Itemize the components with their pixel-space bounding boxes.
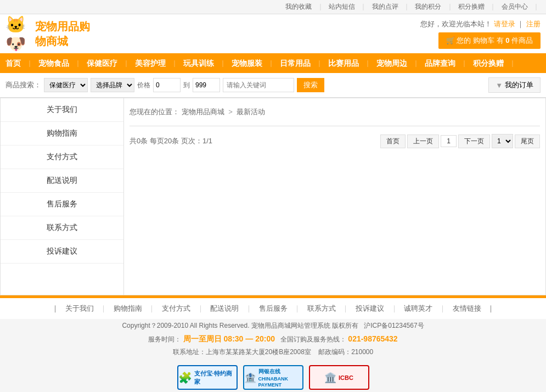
prev-page-button[interactable]: 上一页 (407, 135, 439, 148)
footer-sep-end: ｜ (487, 304, 494, 312)
login-link[interactable]: 请登录 (494, 20, 515, 28)
next-page-button[interactable]: 下一页 (458, 135, 490, 148)
category-select[interactable]: 保健医疗 宠物食品 美容护理 玩具训练 宠物服装 日常用品 (44, 78, 88, 92)
nav-bar: 首页 ｜ 宠物食品 ｜ 保健医疗 ｜ 美容护理 ｜ 玩具训练 ｜ 宠物服装 ｜ … (0, 53, 546, 73)
page-jump-select[interactable]: 1 (492, 134, 513, 148)
footer-address: 联系地址：上海市某某路某大厦20楼B座2008室 邮政编码：210000 (0, 346, 546, 359)
footer-guide[interactable]: 购物指南 (114, 304, 142, 312)
brand-select[interactable]: 选择品牌 (91, 78, 134, 92)
current-page-number: 1 (441, 135, 457, 147)
footer-service[interactable]: 售后服务 (259, 304, 288, 312)
sidebar-item-delivery[interactable]: 配送说明 (1, 169, 123, 193)
footer-jobs[interactable]: 诚聘英才 (404, 304, 432, 312)
nav-food[interactable]: 宠物食品 (33, 53, 75, 73)
nav-daily[interactable]: 日常用品 (274, 53, 316, 73)
exchange-link[interactable]: 积分换赠 (458, 3, 485, 10)
breadcrumb: 您现在的位置： 宠物用品商城 > 最新活动 (130, 104, 540, 120)
pagination-info-text: 共0条 每页20条 页次：1/1 (130, 136, 212, 146)
footer-sep-start: ｜ (52, 304, 59, 312)
footer-copyright: Copyright？2009-2010 All Rights Reserved.… (0, 319, 546, 333)
sidebar-item-about[interactable]: 关于我们 (1, 98, 123, 122)
sidebar: 关于我们 购物指南 支付方式 配送说明 售后服务 联系方式 投诉建议 (1, 98, 124, 295)
favorites-link[interactable]: 我的收藏 (285, 3, 312, 10)
nav-points[interactable]: 积分换赠 (468, 53, 509, 73)
logo-text: 宠物用品购物商城 (35, 19, 93, 49)
sidebar-item-complaint[interactable]: 投诉建议 (1, 240, 123, 264)
footer-complaint[interactable]: 投诉建议 (356, 304, 384, 312)
price-min-input[interactable] (153, 78, 181, 92)
price-max-input[interactable] (193, 78, 220, 92)
nav-toys[interactable]: 玩具训练 (178, 53, 219, 73)
main-container: 关于我们 购物指南 支付方式 配送说明 售后服务 联系方式 投诉建议 您现在的位… (0, 98, 546, 295)
nav-clothing[interactable]: 宠物服装 (226, 53, 268, 73)
messages-link[interactable]: 站内短信 (329, 3, 355, 10)
price-label: 价格 (137, 81, 150, 90)
footer-about[interactable]: 关于我们 (65, 304, 94, 312)
breadcrumb-current: 最新活动 (237, 108, 265, 116)
pagination-bar: 共0条 每页20条 页次：1/1 首页 上一页 1 下一页 1 尾页 (130, 132, 540, 150)
sidebar-item-payment[interactable]: 支付方式 (1, 145, 123, 169)
footer-service-time: 服务时间： 周一至周日 08:30 — 20:00 全国订购及服务热线： 021… (0, 333, 546, 346)
last-page-button[interactable]: 尾页 (515, 135, 540, 148)
sidebar-item-contact[interactable]: 联系方式 (1, 216, 123, 240)
logo-area: 🐱🐶 宠物用品购物商城 (5, 19, 93, 49)
alipay-badge: 🧩 支付宝·特约商家 (177, 365, 238, 390)
cart-button[interactable]: 🛒 您的 购物车 有 0 件商品 (438, 32, 541, 49)
first-page-button[interactable]: 首页 (380, 135, 406, 148)
price-to-text: 到 (183, 81, 190, 90)
footer-nav: ｜ 关于我们 ｜ 购物指南 ｜ 支付方式 ｜ 配送说明 ｜ 售后服务 ｜ 联系方… (0, 297, 546, 319)
footer-delivery[interactable]: 配送说明 (210, 304, 239, 312)
my-order-button[interactable]: ▼ 我的订单 (488, 77, 541, 93)
order-arrow-icon: ▼ (496, 81, 503, 89)
pagination-controls: 首页 上一页 1 下一页 1 尾页 (380, 134, 540, 148)
nav-home[interactable]: 首页 (0, 53, 26, 73)
icbc-badge: 🏛️ ICBC (309, 365, 369, 390)
content-area: 您现在的位置： 宠物用品商城 > 最新活动 共0条 每页20条 页次：1/1 首… (124, 98, 545, 295)
nav-beauty[interactable]: 美容护理 (130, 53, 171, 73)
reviews-link[interactable]: 我的点评 (372, 3, 398, 10)
sidebar-item-service[interactable]: 售后服务 (1, 193, 123, 216)
footer-contact[interactable]: 联系方式 (307, 304, 336, 312)
header-right: 您好，欢迎光临本站！ 请登录 ｜ 注册 🛒 您的 购物车 有 0 件商品 (420, 19, 541, 49)
logo: 🐱🐶 宠物用品购物商城 (5, 19, 93, 49)
nav-accessories[interactable]: 宠物周边 (371, 53, 413, 73)
search-bar: 商品搜索： 保健医疗 宠物食品 美容护理 玩具训练 宠物服装 日常用品 选择品牌… (0, 73, 546, 98)
search-label: 商品搜索： (5, 80, 41, 90)
search-button[interactable]: 搜索 (297, 78, 324, 92)
footer: ｜ 关于我们 ｜ 购物指南 ｜ 支付方式 ｜ 配送说明 ｜ 售后服务 ｜ 联系方… (0, 295, 546, 392)
breadcrumb-home[interactable]: 宠物用品商城 (182, 108, 224, 116)
footer-payment[interactable]: 支付方式 (162, 304, 190, 312)
nav-competition[interactable]: 比赛用品 (323, 53, 364, 73)
nav-brand[interactable]: 品牌查询 (419, 53, 461, 73)
breadcrumb-arrow: > (228, 108, 233, 116)
points-link[interactable]: 我的积分 (415, 3, 441, 10)
netbank-badge: 🏦 网银在线CHINABANK PAYMENT (243, 365, 303, 390)
logo-mascot: 🐱🐶 (5, 15, 32, 53)
sidebar-item-guide[interactable]: 购物指南 (1, 122, 123, 145)
keyword-input[interactable] (223, 78, 294, 92)
register-link[interactable]: 注册 (526, 20, 541, 28)
footer-links[interactable]: 友情链接 (453, 304, 481, 312)
top-bar: 我的收藏 ｜ 站内短信 ｜ 我的点评 ｜ 我的积分 ｜ 积分换赠 ｜ 会员中心 … (0, 0, 546, 14)
nav-health[interactable]: 保健医疗 (81, 53, 123, 73)
footer-payment-badges: 🧩 支付宝·特约商家 🏦 网银在线CHINABANK PAYMENT 🏛️ IC… (0, 359, 546, 392)
header: 🐱🐶 宠物用品购物商城 您好，欢迎光临本站！ 请登录 ｜ 注册 🛒 您的 购物车… (0, 14, 546, 53)
member-link[interactable]: 会员中心 (502, 3, 528, 10)
welcome-text: 您好，欢迎光临本站！ 请登录 ｜ 注册 (420, 19, 541, 29)
